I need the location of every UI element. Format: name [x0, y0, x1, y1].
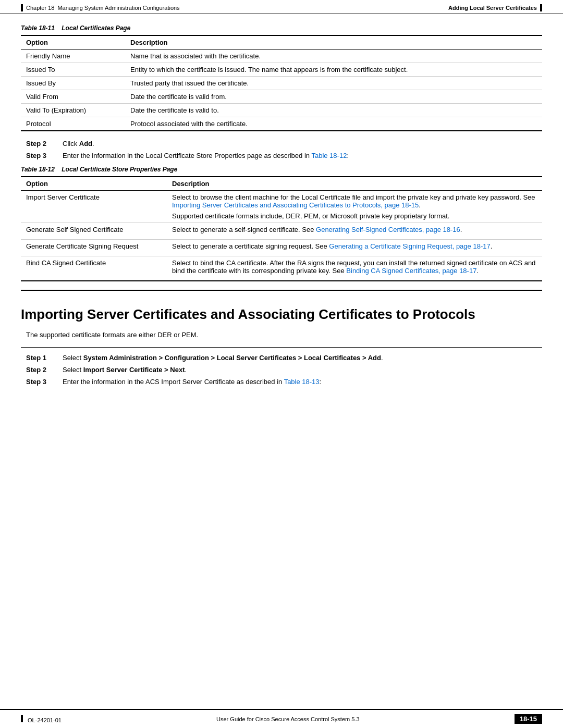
section-step-label: Step 3 [26, 378, 63, 386]
inline-link[interactable]: Binding CA Signed Certificates, page 18-… [346, 267, 476, 275]
table11-desc-cell: Entity to which the certificate is issue… [125, 63, 542, 77]
chapter-label: Chapter 18 [26, 5, 54, 11]
section-step-row: Step 1Select System Administration > Con… [21, 354, 542, 362]
section-line [21, 347, 542, 348]
step2-row: Step 2 Click Add. [21, 140, 542, 147]
table11-desc-cell: Trusted party that issued the certificat… [125, 77, 542, 90]
step2-content: Click Add. [63, 140, 537, 147]
step3-row: Step 3 Enter the information in the Loca… [21, 152, 542, 159]
step-link[interactable]: Table 18-13 [284, 378, 320, 386]
table12: Option Description Import Server Certifi… [21, 176, 542, 281]
table12-title: Local Certificate Store Properties Page [62, 166, 177, 173]
header-bar-right-icon [540, 4, 542, 11]
inline-link[interactable]: Generating Self-Signed Certificates, pag… [316, 226, 460, 233]
table12-link[interactable]: Table 18-12 [311, 152, 347, 159]
page-footer: OL-24201-01 User Guide for Cisco Secure … [0, 709, 563, 728]
table-row: Generate Certificate Signing RequestSele… [21, 240, 542, 256]
step-bold-text: Import Server Certificate > Next [83, 366, 185, 374]
table-row: Valid FromDate the certificate is valid … [21, 90, 542, 104]
step2-label: Step 2 [26, 140, 63, 147]
table12-desc-cell: Select to bind the CA certificate. After… [167, 256, 542, 281]
header-bar-icon [21, 4, 23, 11]
section-step-row: Step 2Select Import Server Certificate >… [21, 366, 542, 374]
table-row: Issued ToEntity to which the certificate… [21, 63, 542, 77]
header-left: Chapter 18 Managing System Administratio… [21, 4, 180, 11]
table11: Option Description Friendly NameName tha… [21, 35, 542, 131]
table11-num: Table 18-11 [21, 24, 55, 32]
footer-center: User Guide for Cisco Secure Access Contr… [216, 716, 360, 722]
section-step-content: Select Import Server Certificate > Next. [63, 366, 537, 374]
page-header: Chapter 18 Managing System Administratio… [0, 0, 563, 14]
footer-page-number: 18-15 [515, 714, 542, 724]
step-bold-text: System Administration > Configuration > … [83, 354, 381, 362]
section-step-label: Step 2 [26, 366, 63, 374]
table11-desc-cell: Date the certificate is valid from. [125, 90, 542, 104]
table12-option-cell: Generate Self Signed Certificate [21, 223, 167, 240]
table11-desc-cell: Date the certificate is valid to. [125, 104, 542, 117]
table12-col2-header: Description [167, 177, 542, 191]
table12-desc-cell: Select to generate a certificate signing… [167, 240, 542, 256]
table-row: Valid To (Expiration)Date the certificat… [21, 104, 542, 117]
table-row: Friendly NameName that is associated wit… [21, 50, 542, 63]
table-row: Import Server CertificateSelect to brows… [21, 191, 542, 223]
table11-title: Local Certificates Page [62, 24, 130, 32]
table12-option-cell: Generate Certificate Signing Request [21, 240, 167, 256]
table11-caption: Table 18-11 Local Certificates Page [21, 24, 542, 32]
table-row: Bind CA Signed CertificateSelect to bind… [21, 256, 542, 281]
table11-option-cell: Valid To (Expiration) [21, 104, 125, 117]
section-step-content: Enter the information in the ACS Import … [63, 378, 537, 386]
table12-caption: Table 18-12 Local Certificate Store Prop… [21, 166, 542, 173]
table12-option-cell: Bind CA Signed Certificate [21, 256, 167, 281]
table11-option-cell: Issued By [21, 77, 125, 90]
table11-option-cell: Friendly Name [21, 50, 125, 63]
table-row: Issued ByTrusted party that issued the c… [21, 77, 542, 90]
section-step-label: Step 1 [26, 354, 63, 362]
footer-bar-left-icon [21, 715, 23, 722]
footer-doc-title: User Guide for Cisco Secure Access Contr… [216, 716, 360, 722]
table12-num: Table 18-12 [21, 166, 55, 173]
table12-option-cell: Import Server Certificate [21, 191, 167, 223]
header-right-title: Adding Local Server Certificates [448, 5, 537, 11]
table12-desc-cell: Select to browse the client machine for … [167, 191, 542, 223]
section-intro: The supported certificate formats are ei… [21, 331, 542, 339]
footer-left-text: OL-24201-01 [28, 717, 62, 723]
step3-content: Enter the information in the Local Certi… [63, 152, 537, 159]
section-steps: Step 1Select System Administration > Con… [21, 354, 542, 386]
chapter-title: Managing System Administration Configura… [57, 5, 179, 11]
table11-option-cell: Protocol [21, 117, 125, 131]
table11-col1-header: Option [21, 35, 125, 50]
header-right: Adding Local Server Certificates [448, 4, 542, 11]
inline-link[interactable]: Generating a Certificate Signing Request… [329, 242, 490, 250]
section-step-row: Step 3Enter the information in the ACS I… [21, 378, 542, 386]
footer-left: OL-24201-01 [21, 715, 62, 723]
table-row: ProtocolProtocol associated with the cer… [21, 117, 542, 131]
inline-link[interactable]: Importing Server Certificates and Associ… [172, 201, 419, 209]
step3-label: Step 3 [26, 152, 63, 159]
table11-desc-cell: Protocol associated with the certificate… [125, 117, 542, 131]
section-divider [21, 290, 542, 291]
table12-desc-cell: Select to generate a self-signed certifi… [167, 223, 542, 240]
table11-col2-header: Description [125, 35, 542, 50]
table11-desc-cell: Name that is associated with the certifi… [125, 50, 542, 63]
main-content: Table 18-11 Local Certificates Page Opti… [0, 14, 563, 421]
table11-option-cell: Valid From [21, 90, 125, 104]
section-heading: Importing Server Certificates and Associ… [21, 306, 542, 323]
table11-option-cell: Issued To [21, 63, 125, 77]
section-step-content: Select System Administration > Configura… [63, 354, 537, 362]
table12-col1-header: Option [21, 177, 167, 191]
table-row: Generate Self Signed CertificateSelect t… [21, 223, 542, 240]
